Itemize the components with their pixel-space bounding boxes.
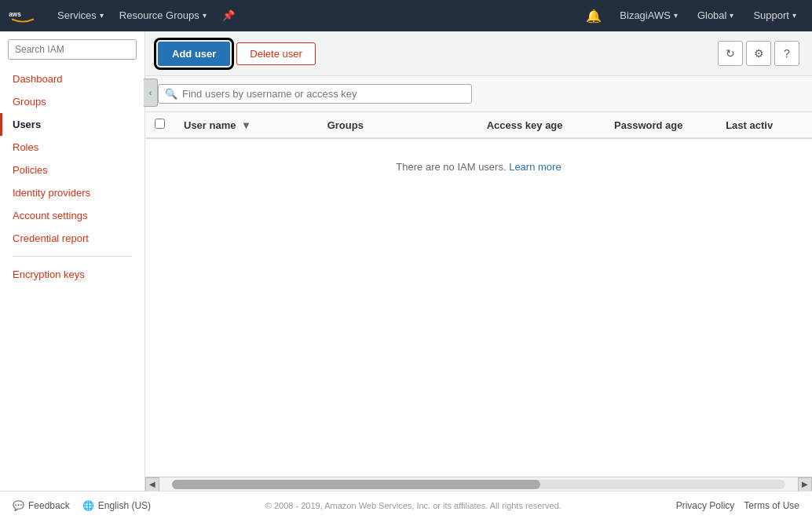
main-content: Add user Delete user ↻ ⚙ ? 🔍 bbox=[145, 31, 812, 491]
sidebar-link-users[interactable]: Users bbox=[0, 113, 144, 136]
groups-column-header: Groups bbox=[318, 112, 477, 138]
sidebar-link-groups[interactable]: Groups bbox=[0, 90, 144, 113]
bell-icon: 🔔 bbox=[586, 9, 602, 23]
footer-left: 💬 Feedback 🌐 English (US) bbox=[13, 500, 151, 511]
sidebar-divider bbox=[13, 256, 132, 257]
select-all-column bbox=[145, 112, 174, 138]
empty-state-row: There are no IAM users. Learn more bbox=[145, 138, 812, 195]
sidebar-link-dashboard[interactable]: Dashboard bbox=[0, 68, 144, 90]
sidebar-nav-2: Encryption keys bbox=[0, 263, 144, 286]
feedback-icon: 💬 bbox=[13, 500, 24, 511]
horizontal-scrollbar[interactable]: ◀ ▶ bbox=[145, 477, 812, 491]
settings-button[interactable]: ⚙ bbox=[746, 41, 771, 66]
feedback-button[interactable]: 💬 Feedback bbox=[13, 500, 70, 511]
settings-icon: ⚙ bbox=[754, 47, 764, 60]
search-bar-inner[interactable]: 🔍 bbox=[158, 84, 472, 104]
navbar-region[interactable]: Global bbox=[689, 0, 742, 31]
refresh-button[interactable]: ↻ bbox=[718, 41, 743, 66]
navbar-support[interactable]: Support bbox=[745, 0, 804, 31]
users-table: User name ▼ Groups Access key age Passwo… bbox=[145, 112, 812, 195]
sort-arrow-icon: ▼ bbox=[241, 119, 251, 131]
sidebar-item-users[interactable]: Users bbox=[0, 113, 144, 136]
toolbar: Add user Delete user ↻ ⚙ ? bbox=[145, 31, 812, 76]
sidebar-link-roles[interactable]: Roles bbox=[0, 136, 144, 159]
help-icon: ? bbox=[784, 47, 790, 60]
scroll-left-arrow[interactable]: ◀ bbox=[145, 477, 159, 492]
help-button[interactable]: ? bbox=[774, 41, 799, 66]
sidebar-item-groups[interactable]: Groups bbox=[0, 90, 144, 113]
navbar-resource-groups[interactable]: Resource Groups bbox=[112, 0, 214, 31]
terms-of-use-link[interactable]: Terms of Use bbox=[744, 500, 799, 511]
empty-message: There are no IAM users. Learn more bbox=[155, 145, 803, 188]
access-key-age-column-header: Access key age bbox=[477, 112, 605, 138]
username-column-header[interactable]: User name ▼ bbox=[174, 112, 318, 138]
navbar-pin[interactable]: 📌 bbox=[214, 0, 243, 31]
scroll-right-arrow[interactable]: ▶ bbox=[798, 477, 812, 492]
user-search-input[interactable] bbox=[182, 88, 465, 100]
refresh-icon: ↻ bbox=[726, 47, 735, 60]
sidebar-item-roles[interactable]: Roles bbox=[0, 136, 144, 159]
navbar: aws Services Resource Groups 📌 🔔 BizagiA… bbox=[0, 0, 812, 31]
sidebar-item-encryption-keys[interactable]: Encryption keys bbox=[0, 263, 144, 286]
navbar-right: 🔔 BizagiAWS Global Support bbox=[580, 0, 804, 31]
last-active-column-header: Last activ bbox=[716, 112, 812, 138]
privacy-policy-link[interactable]: Privacy Policy bbox=[676, 500, 735, 511]
sidebar-link-identity-providers[interactable]: Identity providers bbox=[0, 181, 144, 204]
sidebar-search-container bbox=[0, 31, 144, 68]
sidebar: Dashboard Groups Users Roles Policies Id… bbox=[0, 31, 145, 491]
scroll-track[interactable] bbox=[172, 480, 785, 489]
sidebar-item-identity-providers[interactable]: Identity providers bbox=[0, 181, 144, 204]
pin-icon: 📌 bbox=[222, 0, 235, 31]
sidebar-item-account-settings[interactable]: Account settings bbox=[0, 204, 144, 227]
sidebar-link-credential-report[interactable]: Credential report bbox=[0, 227, 144, 250]
copyright-text: © 2008 - 2019, Amazon Web Services, Inc.… bbox=[265, 501, 561, 510]
sidebar-item-policies[interactable]: Policies bbox=[0, 159, 144, 181]
add-user-button[interactable]: Add user bbox=[158, 42, 230, 66]
notification-bell[interactable]: 🔔 bbox=[580, 9, 608, 24]
navbar-services[interactable]: Services bbox=[49, 0, 112, 31]
sidebar-item-dashboard[interactable]: Dashboard bbox=[0, 68, 144, 90]
search-bar: 🔍 bbox=[145, 76, 812, 112]
sidebar-item-credential-report[interactable]: Credential report bbox=[0, 227, 144, 250]
footer: 💬 Feedback 🌐 English (US) © 2008 - 2019,… bbox=[0, 491, 812, 519]
sidebar-toggle[interactable]: ‹ bbox=[144, 79, 158, 107]
delete-user-button[interactable]: Delete user bbox=[236, 42, 315, 65]
search-icon: 🔍 bbox=[165, 88, 177, 100]
globe-icon: 🌐 bbox=[82, 500, 94, 511]
sidebar-link-account-settings[interactable]: Account settings bbox=[0, 204, 144, 227]
sidebar-link-encryption-keys[interactable]: Encryption keys bbox=[0, 263, 144, 286]
sidebar-search-input[interactable] bbox=[8, 39, 137, 60]
svg-text:aws: aws bbox=[9, 11, 21, 18]
scroll-thumb[interactable] bbox=[172, 480, 540, 489]
learn-more-link[interactable]: Learn more bbox=[509, 161, 561, 173]
sidebar-nav: Dashboard Groups Users Roles Policies Id… bbox=[0, 68, 144, 250]
toolbar-actions: ↻ ⚙ ? bbox=[718, 41, 799, 66]
footer-links: Privacy Policy Terms of Use bbox=[676, 500, 799, 511]
content-area: ‹ Dashboard Groups Users Roles Policies … bbox=[0, 31, 812, 491]
select-all-checkbox[interactable] bbox=[155, 119, 165, 129]
table-area: 🔍 User name ▼ G bbox=[145, 76, 812, 477]
password-age-column-header: Password age bbox=[605, 112, 716, 138]
language-selector[interactable]: 🌐 English (US) bbox=[82, 500, 151, 511]
navbar-account[interactable]: BizagiAWS bbox=[612, 0, 686, 31]
sidebar-link-policies[interactable]: Policies bbox=[0, 159, 144, 181]
aws-logo[interactable]: aws bbox=[8, 5, 38, 27]
